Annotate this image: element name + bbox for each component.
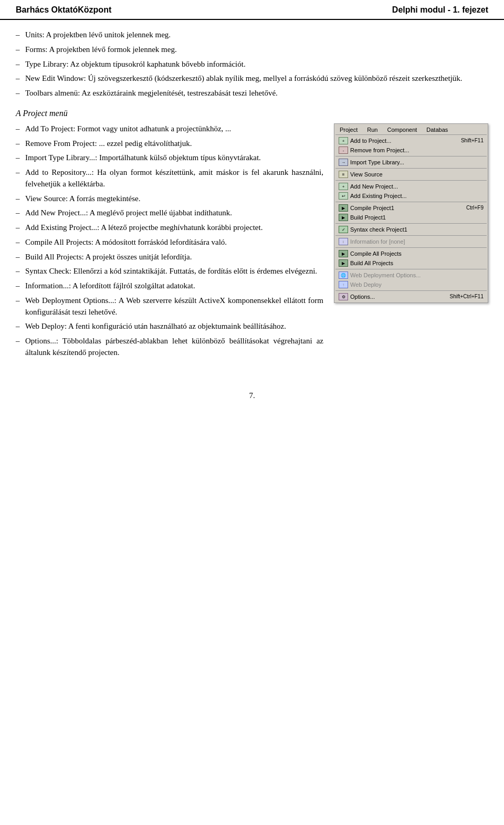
- menu-shortcut: Ctrl+F9: [458, 205, 484, 211]
- list-item: –New Edit Window: Új szövegszerkesztő (k…: [16, 73, 488, 85]
- menu-label: Remove from Project...: [350, 147, 484, 153]
- list-item: –Units: A projektben lévő unitok jelenne…: [16, 29, 488, 41]
- menu-separator: [335, 156, 487, 156]
- section-heading: A Project menü: [16, 109, 488, 118]
- menu-label: Information for [none]: [350, 238, 484, 245]
- dash-icon: –: [16, 321, 25, 332]
- menu-title-item[interactable]: Databas: [424, 126, 450, 133]
- menu-screenshot: ProjectRunComponentDatabas +Add to Proje…: [334, 123, 488, 303]
- menu-title-item[interactable]: Project: [338, 126, 360, 133]
- list-item: –Syntax Check: Ellenőrzi a kód szintakti…: [16, 266, 323, 277]
- menu-item[interactable]: -Remove from Project...: [335, 145, 487, 155]
- list-item: –Information...: A lefordított fájlról s…: [16, 280, 323, 292]
- menu-label: Build Project1: [350, 214, 484, 221]
- menu-items-container: +Add to Project...Shift+F11-Remove from …: [335, 136, 487, 301]
- dash-icon: –: [16, 29, 25, 41]
- main-content: –Units: A projektben lévő unitok jelenne…: [0, 29, 504, 381]
- menu-items-list: –Add To Project: Formot vagy unitot adha…: [16, 123, 323, 359]
- menu-title-item[interactable]: Component: [385, 126, 419, 133]
- dash-icon: –: [16, 280, 25, 292]
- dash-icon: –: [16, 44, 25, 56]
- project-menu-section: –Add To Project: Formot vagy unitot adha…: [16, 123, 488, 365]
- menu-separator: [335, 168, 487, 169]
- header-right: Delphi modul - 1. fejezet: [392, 5, 488, 15]
- list-item: –Toolbars almenü: Az eszköztáraink megje…: [16, 88, 488, 99]
- list-item: –View Source: A forrás megtekintése.: [16, 193, 323, 205]
- menu-label: Compile Project1: [350, 205, 458, 211]
- page-number: 7.: [249, 391, 255, 400]
- dash-icon: –: [16, 59, 25, 70]
- menu-item[interactable]: +Add to Project...Shift+F11: [335, 136, 487, 145]
- project-menu-image: ProjectRunComponentDatabas +Add to Proje…: [334, 123, 488, 303]
- dash-icon: –: [16, 222, 25, 234]
- list-item: –Options...: Többoldalas párbeszéd-ablak…: [16, 336, 323, 359]
- menu-label: Import Type Library...: [350, 159, 484, 165]
- menu-item[interactable]: iInformation for [none]: [335, 237, 487, 246]
- menu-label: View Source: [350, 171, 484, 177]
- menu-item[interactable]: ▶Build All Projects: [335, 258, 487, 268]
- dash-icon: –: [16, 295, 25, 307]
- intro-list: –Units: A projektben lévő unitok jelenne…: [16, 29, 488, 99]
- dash-icon: –: [16, 193, 25, 205]
- menu-title-item[interactable]: Run: [365, 126, 380, 133]
- menu-separator: [335, 223, 487, 224]
- dash-icon: –: [16, 336, 25, 347]
- menu-shortcut: Shift+F11: [453, 138, 484, 143]
- menu-label: Web Deployment Options...: [350, 272, 484, 278]
- page: Barhács OktatóKözpont Delphi modul - 1. …: [0, 0, 504, 825]
- list-item: –Compile All Projects: A módosított forr…: [16, 237, 323, 248]
- project-menu-text: –Add To Project: Formot vagy unitot adha…: [16, 123, 323, 365]
- menu-label: Options...: [350, 294, 442, 300]
- menu-label: Add New Project...: [350, 183, 484, 190]
- dash-icon: –: [16, 138, 25, 150]
- menu-separator: [335, 180, 487, 181]
- menu-item[interactable]: ≡View Source: [335, 170, 487, 179]
- menu-titlebar: ProjectRunComponentDatabas: [335, 125, 487, 135]
- menu-label: Add to Project...: [350, 138, 453, 144]
- dash-icon: –: [16, 123, 25, 135]
- menu-item[interactable]: ✓Syntax check Project1: [335, 225, 487, 234]
- menu-separator: [335, 269, 487, 269]
- dash-icon: –: [16, 73, 25, 85]
- menu-item[interactable]: 🌐Web Deployment Options...: [335, 270, 487, 280]
- page-header: Barhács OktatóKözpont Delphi modul - 1. …: [0, 0, 504, 20]
- menu-item[interactable]: +Add New Project...: [335, 182, 487, 191]
- dash-icon: –: [16, 152, 25, 164]
- menu-separator: [335, 235, 487, 236]
- list-item: –Web Deployment Options...: A Web szerve…: [16, 295, 323, 318]
- menu-item[interactable]: ▶Compile All Projects: [335, 249, 487, 258]
- list-item: –Build All Projects: A projekt összes un…: [16, 252, 323, 263]
- menu-item[interactable]: ↩Add Existing Project...: [335, 191, 487, 201]
- list-item: –Add To Project: Formot vagy unitot adha…: [16, 123, 323, 135]
- menu-label: Web Deploy: [350, 281, 484, 288]
- dash-icon: –: [16, 266, 25, 277]
- menu-label: Syntax check Project1: [350, 226, 484, 233]
- menu-label: Add Existing Project...: [350, 193, 484, 199]
- list-item: –Add Existing Project...: A létező proje…: [16, 222, 323, 234]
- list-item: –Add to Repository...: Ha olyan formot k…: [16, 167, 323, 190]
- page-footer: 7.: [0, 381, 504, 405]
- list-item: –Import Type Library...: Importálhatunk …: [16, 152, 323, 164]
- list-item: –Forms: A projektben lévő formok jelenne…: [16, 44, 488, 56]
- menu-item[interactable]: ▶Build Project1: [335, 213, 487, 222]
- header-left: Barhács OktatóKözpont: [16, 5, 111, 15]
- list-item: –Remove From Project: ... ezzel pedig el…: [16, 138, 323, 150]
- menu-separator: [335, 202, 487, 202]
- menu-separator: [335, 247, 487, 248]
- list-item: –Add New Project...: A meglévő project m…: [16, 207, 323, 219]
- menu-separator: [335, 290, 487, 291]
- list-item: –Web Deploy: A fenti konfiguráció után h…: [16, 321, 323, 332]
- menu-label: Build All Projects: [350, 260, 484, 266]
- dash-icon: –: [16, 207, 25, 219]
- menu-label: Compile All Projects: [350, 250, 484, 257]
- dash-icon: –: [16, 252, 25, 263]
- dash-icon: –: [16, 167, 25, 179]
- menu-shortcut: Shift+Ctrl+F11: [442, 294, 484, 299]
- menu-item[interactable]: ▶Compile Project1Ctrl+F9: [335, 203, 487, 213]
- dash-icon: –: [16, 88, 25, 99]
- list-item: –Type Library: Az objektum típusokról ka…: [16, 59, 488, 70]
- menu-item[interactable]: →Import Type Library...: [335, 158, 487, 167]
- dash-icon: –: [16, 237, 25, 248]
- menu-item[interactable]: ↑Web Deploy: [335, 280, 487, 289]
- menu-item[interactable]: ⚙Options...Shift+Ctrl+F11: [335, 292, 487, 301]
